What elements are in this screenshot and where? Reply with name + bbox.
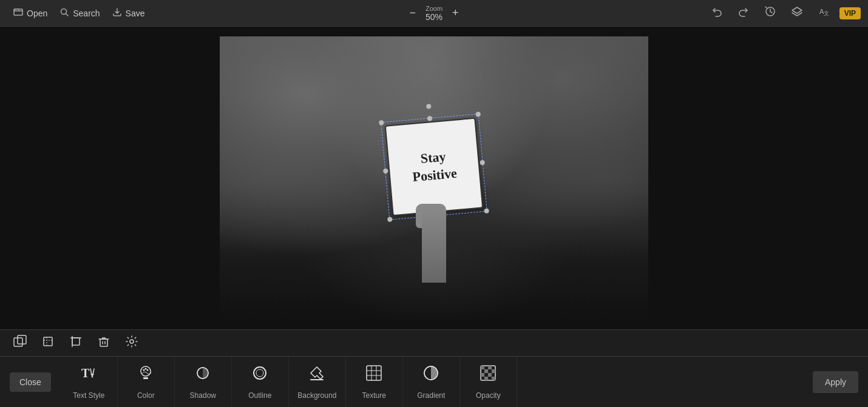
gradient-icon bbox=[422, 364, 440, 386]
svg-marker-26 bbox=[311, 367, 323, 379]
duplicate-button[interactable] bbox=[7, 331, 33, 355]
svg-text:T: T bbox=[81, 366, 90, 380]
svg-rect-28 bbox=[367, 366, 381, 380]
save-button[interactable]: Save bbox=[106, 4, 151, 23]
vip-badge[interactable]: VIP bbox=[839, 7, 861, 19]
history-button[interactable] bbox=[759, 3, 781, 23]
svg-rect-6 bbox=[14, 338, 22, 346]
open-button[interactable]: Open bbox=[7, 4, 53, 23]
delete-button[interactable] bbox=[91, 331, 117, 355]
shadow-icon bbox=[194, 364, 212, 386]
edit-tool-opacity[interactable]: Opacity bbox=[460, 357, 517, 407]
top-toolbar: Open Search Save − Zoom 50% + bbox=[0, 0, 868, 27]
svg-rect-43 bbox=[492, 377, 495, 380]
edit-tool-background[interactable]: Background bbox=[289, 357, 346, 407]
svg-rect-21 bbox=[143, 377, 148, 379]
hand-wrapper bbox=[419, 210, 449, 283]
text-style-label: Text Style bbox=[73, 391, 104, 400]
edit-tool-gradient[interactable]: Gradient bbox=[403, 357, 460, 407]
svg-rect-36 bbox=[481, 366, 484, 369]
gradient-label: Gradient bbox=[417, 391, 445, 400]
resize-button[interactable] bbox=[35, 331, 61, 355]
crop-button[interactable] bbox=[63, 331, 89, 355]
svg-point-18 bbox=[143, 369, 145, 371]
sign-card[interactable]: Stay Positive bbox=[385, 118, 484, 217]
edit-tool-outline[interactable]: Outline bbox=[232, 357, 289, 407]
svg-text:文: 文 bbox=[824, 10, 829, 16]
apply-button[interactable]: Apply bbox=[813, 371, 858, 393]
translate-button[interactable]: A 文 bbox=[813, 3, 835, 23]
edit-tool-texture[interactable]: Texture bbox=[346, 357, 403, 407]
save-label: Save bbox=[126, 8, 145, 18]
svg-rect-12 bbox=[100, 339, 107, 346]
sign-text-line1: Stay bbox=[420, 149, 447, 167]
svg-point-15 bbox=[130, 340, 134, 343]
svg-rect-0 bbox=[14, 9, 22, 15]
svg-rect-38 bbox=[484, 369, 488, 373]
bottom-toolbar bbox=[0, 329, 868, 356]
open-label: Open bbox=[27, 8, 47, 18]
svg-point-25 bbox=[256, 369, 263, 377]
svg-rect-8 bbox=[44, 337, 52, 346]
shadow-label: Shadow bbox=[190, 391, 216, 400]
texture-label: Texture bbox=[362, 391, 386, 400]
svg-rect-41 bbox=[488, 373, 492, 377]
zoom-value: 50% bbox=[426, 12, 442, 22]
zoom-display: Zoom 50% bbox=[426, 5, 442, 22]
svg-rect-42 bbox=[484, 377, 488, 380]
opacity-icon bbox=[479, 364, 497, 386]
zoom-in-button[interactable]: + bbox=[447, 4, 464, 22]
sign-text: Stay Positive bbox=[410, 147, 458, 186]
svg-rect-9 bbox=[72, 338, 80, 345]
opacity-label: Opacity bbox=[476, 391, 501, 400]
edit-tool-text-style[interactable]: T Text Style bbox=[61, 357, 118, 407]
outline-icon bbox=[251, 364, 269, 386]
sign-card-wrapper: Stay Positive bbox=[388, 121, 480, 212]
zoom-title: Zoom bbox=[426, 5, 442, 12]
open-icon bbox=[13, 7, 23, 19]
hand-sign-group: Stay Positive bbox=[388, 121, 480, 283]
svg-line-2 bbox=[66, 13, 69, 16]
sign-text-line2: Positive bbox=[412, 166, 458, 184]
svg-point-20 bbox=[145, 368, 147, 370]
redo-button[interactable] bbox=[733, 3, 754, 23]
text-style-icon: T bbox=[80, 364, 98, 386]
svg-rect-40 bbox=[481, 373, 484, 377]
outline-label: Outline bbox=[248, 391, 271, 400]
svg-point-24 bbox=[254, 367, 266, 379]
svg-point-19 bbox=[147, 369, 149, 371]
color-label: Color bbox=[137, 391, 155, 400]
svg-point-17 bbox=[141, 366, 151, 376]
save-icon bbox=[112, 7, 122, 19]
settings-button[interactable] bbox=[119, 331, 144, 355]
zoom-out-button[interactable]: − bbox=[404, 4, 421, 22]
edit-tool-color[interactable]: Color bbox=[118, 357, 175, 407]
close-button[interactable]: Close bbox=[10, 372, 51, 392]
svg-rect-7 bbox=[18, 335, 26, 344]
search-icon bbox=[59, 7, 69, 19]
background-icon bbox=[308, 364, 326, 386]
color-icon bbox=[137, 364, 155, 386]
edit-tool-shadow[interactable]: Shadow bbox=[175, 357, 232, 407]
photo-canvas[interactable]: Stay Positive bbox=[220, 36, 648, 320]
texture-icon bbox=[365, 364, 383, 386]
edit-tools: T Text Style Color bbox=[61, 357, 803, 407]
hand-arm bbox=[388, 210, 480, 283]
background-label: Background bbox=[297, 391, 336, 400]
editing-panel: Close T Text Style bbox=[0, 356, 868, 407]
search-button[interactable]: Search bbox=[53, 4, 106, 23]
layers-button[interactable] bbox=[786, 3, 808, 23]
right-icons: A 文 VIP bbox=[706, 3, 861, 23]
zoom-control: − Zoom 50% + bbox=[404, 4, 463, 22]
canvas-area: Stay Positive bbox=[0, 27, 868, 329]
search-label: Search bbox=[73, 8, 100, 18]
undo-button[interactable] bbox=[706, 3, 728, 23]
svg-rect-37 bbox=[488, 366, 492, 369]
svg-rect-39 bbox=[492, 369, 495, 373]
arm bbox=[422, 210, 446, 283]
